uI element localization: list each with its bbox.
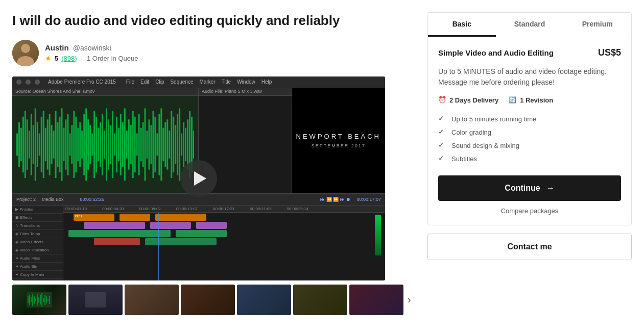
svg-rect-103 bbox=[47, 299, 49, 301]
feature-4-text: Subtitles bbox=[451, 155, 477, 163]
package-header: Simple Video and Audio Editing US$5 bbox=[438, 47, 621, 58]
seller-info: Austin @asowinski ★ 5 (898) | 1 Order in… bbox=[12, 40, 411, 66]
svg-rect-16 bbox=[47, 119, 49, 169]
thumbnail-6[interactable] bbox=[293, 285, 347, 315]
rating-count[interactable]: (898) bbox=[61, 55, 77, 62]
continue-arrow: → bbox=[546, 184, 555, 193]
seller-details: Austin @asowinski ★ 5 (898) | 1 Order in… bbox=[45, 43, 138, 62]
play-button[interactable] bbox=[180, 160, 217, 197]
thumbnail-next-button[interactable]: › bbox=[406, 294, 413, 305]
svg-rect-61 bbox=[138, 114, 140, 175]
svg-rect-84 bbox=[185, 127, 186, 161]
preview-location: NEWPORT BEACH bbox=[296, 133, 381, 140]
svg-rect-59 bbox=[134, 117, 136, 172]
premiere-top-bar: Adobe Premiere Pro CC 2015 FileEditClipS… bbox=[12, 76, 385, 88]
feature-4: Subtitles bbox=[438, 152, 621, 165]
package-description: Up to 5 MINUTES of audio and video foota… bbox=[438, 66, 621, 88]
svg-rect-57 bbox=[130, 125, 132, 164]
page-title: I will do audio and video editing quickl… bbox=[12, 12, 411, 30]
package-price: US$5 bbox=[598, 47, 621, 58]
svg-rect-34 bbox=[83, 114, 85, 175]
features-list: Up to 5 minutes running time Color gradi… bbox=[438, 112, 621, 165]
svg-rect-30 bbox=[75, 117, 77, 172]
svg-rect-42 bbox=[100, 122, 101, 167]
svg-rect-76 bbox=[169, 131, 170, 159]
seller-rating: ★ 5 (898) | 1 Order in Queue bbox=[45, 54, 138, 62]
svg-rect-50 bbox=[116, 117, 117, 172]
thumbnail-4[interactable] bbox=[181, 285, 235, 315]
svg-rect-1 bbox=[16, 133, 18, 156]
package-name: Simple Video and Audio Editing bbox=[438, 48, 554, 57]
svg-rect-85 bbox=[187, 119, 188, 169]
svg-rect-41 bbox=[98, 127, 99, 161]
svg-rect-20 bbox=[55, 111, 57, 178]
svg-rect-102 bbox=[46, 296, 47, 303]
thumbnail-1[interactable] bbox=[12, 285, 66, 315]
svg-rect-70 bbox=[156, 133, 158, 156]
svg-rect-10 bbox=[35, 108, 36, 181]
tab-standard[interactable]: Standard bbox=[496, 13, 564, 37]
svg-rect-23 bbox=[61, 108, 62, 181]
right-panel: Basic Standard Premium Simple Video and … bbox=[427, 12, 632, 315]
thumbnail-3[interactable] bbox=[125, 285, 179, 315]
thumbnail-2[interactable] bbox=[68, 285, 123, 315]
svg-rect-81 bbox=[179, 108, 180, 181]
thumbnail-7[interactable] bbox=[349, 285, 403, 315]
svg-rect-14 bbox=[43, 111, 44, 178]
seller-name: Austin bbox=[45, 43, 69, 52]
svg-rect-48 bbox=[112, 111, 113, 178]
svg-rect-33 bbox=[81, 131, 83, 159]
seller-handle: @asowinski bbox=[73, 44, 111, 52]
tab-premium[interactable]: Premium bbox=[563, 13, 631, 37]
svg-rect-12 bbox=[39, 133, 40, 156]
clock-icon bbox=[438, 96, 446, 104]
svg-rect-58 bbox=[132, 111, 134, 178]
svg-rect-92 bbox=[31, 297, 32, 302]
svg-rect-47 bbox=[110, 125, 111, 164]
check-icon-3 bbox=[438, 141, 446, 149]
svg-rect-98 bbox=[40, 295, 41, 304]
svg-rect-100 bbox=[43, 298, 44, 302]
svg-rect-68 bbox=[152, 111, 154, 178]
package-tabs: Basic Standard Premium bbox=[428, 13, 631, 37]
check-icon-2 bbox=[438, 128, 446, 136]
svg-rect-74 bbox=[164, 122, 166, 167]
svg-rect-65 bbox=[147, 131, 148, 159]
play-icon bbox=[194, 171, 206, 186]
svg-rect-94 bbox=[34, 296, 35, 304]
feature-2-text: Color grading bbox=[451, 129, 491, 136]
svg-rect-44 bbox=[104, 131, 105, 159]
contact-button[interactable]: Contact me bbox=[427, 234, 632, 260]
svg-rect-2 bbox=[18, 122, 20, 167]
feature-3-text: Sound design & mixing bbox=[451, 142, 519, 149]
tab-basic[interactable]: Basic bbox=[428, 13, 496, 37]
svg-rect-8 bbox=[31, 114, 32, 175]
thumbnail-5[interactable] bbox=[237, 285, 291, 315]
svg-rect-28 bbox=[71, 125, 73, 164]
svg-rect-88 bbox=[193, 131, 194, 159]
svg-rect-97 bbox=[38, 297, 39, 303]
svg-rect-91 bbox=[29, 295, 30, 305]
svg-rect-67 bbox=[150, 125, 152, 164]
svg-rect-4 bbox=[22, 117, 24, 172]
svg-rect-27 bbox=[69, 133, 70, 156]
check-icon-4 bbox=[438, 155, 446, 163]
svg-rect-95 bbox=[35, 298, 36, 301]
svg-rect-45 bbox=[106, 108, 107, 181]
svg-rect-66 bbox=[149, 119, 150, 169]
svg-rect-7 bbox=[29, 131, 30, 159]
delivery-meta: 2 Days Delivery bbox=[438, 96, 498, 104]
svg-rect-93 bbox=[32, 294, 33, 306]
svg-rect-56 bbox=[128, 119, 130, 169]
continue-button[interactable]: Continue → bbox=[438, 175, 621, 201]
svg-rect-38 bbox=[91, 133, 93, 156]
queue-text: 1 Order in Queue bbox=[87, 55, 138, 62]
svg-rect-63 bbox=[142, 122, 144, 167]
compare-packages-link[interactable]: Compare packages bbox=[438, 207, 621, 215]
svg-rect-9 bbox=[33, 125, 34, 164]
svg-rect-72 bbox=[160, 108, 162, 181]
svg-rect-13 bbox=[41, 117, 42, 172]
video-player[interactable]: Adobe Premiere Pro CC 2015 FileEditClipS… bbox=[12, 76, 385, 280]
avatar bbox=[12, 40, 39, 66]
revisions-text: 1 Revision bbox=[520, 96, 553, 104]
